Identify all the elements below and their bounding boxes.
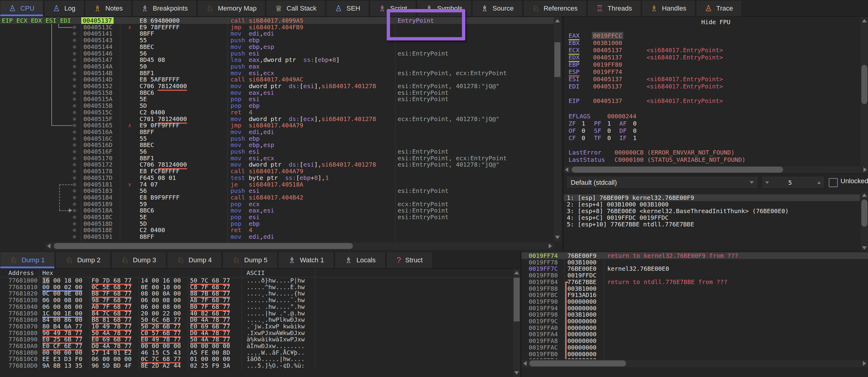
breakpoint-bullet[interactable] xyxy=(73,196,76,199)
scroll-right-arrow[interactable] xyxy=(549,244,552,248)
tab-dump-5[interactable]: ♘Dump 5 xyxy=(223,252,277,268)
breakpoint-bullet[interactable] xyxy=(73,229,76,232)
tab-memory-map[interactable]: ♘Memory Map xyxy=(197,0,266,16)
disasm-row[interactable]: 004051448BECmov ebp,esp xyxy=(0,43,554,50)
disasm-row[interactable]: 00405178E8 FCF8FFFFcall si684017.404A79 xyxy=(0,168,554,174)
argument-row[interactable]: 1: [esp] 76BE00F9 kernel32.76BE00F9 xyxy=(564,194,860,201)
disasm-row[interactable]: 00405165∧E9 0FF9FFFFjmp si684017.404A79 xyxy=(0,122,554,129)
disasm-row[interactable]: 00405152C706 78124000mov dword ptr ds:[e… xyxy=(0,83,554,89)
dump-row[interactable]: 7768107080 B4 6A 7710 49 78 7750 20 6B 7… xyxy=(0,323,513,330)
breakpoint-bullet[interactable] xyxy=(73,26,76,29)
breakpoint-bullet[interactable] xyxy=(73,189,76,193)
breakpoint-bullet[interactable] xyxy=(73,130,76,134)
stack-row[interactable]: 0019FFB000000000 xyxy=(522,351,868,357)
stack-row[interactable]: 0019FF84776E7BBEreturn to ntdll.776E7BBE… xyxy=(522,279,868,285)
tab-cpu[interactable]: ♙CPU xyxy=(0,0,43,16)
breakpoint-bullet[interactable] xyxy=(73,58,76,62)
disasm-row[interactable]: 0040516C55push ebp xyxy=(0,135,554,142)
breakpoint-bullet[interactable] xyxy=(73,78,76,81)
disasm-row[interactable]: 004051418BFFmov edi,edi xyxy=(0,30,554,37)
tab-seh[interactable]: ♙SEH xyxy=(326,0,369,16)
spinner-down-arrow[interactable] xyxy=(765,181,769,184)
dump-row[interactable]: 7768108090 49 78 7750 4A 78 77C0 57 6B 7… xyxy=(0,330,513,336)
stack-row[interactable]: 0019FFAC00000000 xyxy=(522,344,868,351)
tab-watch-1[interactable]: ♗Watch 1 xyxy=(278,252,334,268)
disasm-row[interactable]: 0040516A8BFFmov edi,edi xyxy=(0,129,554,135)
stack-row[interactable]: 0019FF800019FFDC xyxy=(522,272,868,279)
disasm-row[interactable]: 0040518C5Epop esiesi:EntryPoint xyxy=(0,214,554,220)
spinner-up-arrow[interactable] xyxy=(817,181,821,184)
disasm-row[interactable]: 0040514B8BF1mov esi,ecxesi:EntryPoint, e… xyxy=(0,70,554,76)
disasm-hscrollbar[interactable] xyxy=(45,242,554,250)
tab-handles[interactable]: ♗Handles xyxy=(642,0,695,16)
tab-dump-4[interactable]: ♘Dump 4 xyxy=(167,252,222,268)
breakpoint-bullet[interactable] xyxy=(73,52,76,55)
disasm-vscrollbar[interactable] xyxy=(554,16,561,242)
stack-row[interactable]: 0019FF9000000000 xyxy=(522,298,868,305)
stack-row[interactable]: 0019FFA800000000 xyxy=(522,338,868,344)
hex-dump-panel[interactable]: Address Hex ASCII 7768100016 00 18 00F0 … xyxy=(0,269,513,377)
disasm-row[interactable]: 004051478D45 08lea eax,dword ptr ss:[ebp… xyxy=(0,57,554,63)
dump-row[interactable]: 7768100016 00 18 00F0 7D 68 7714 00 16 0… xyxy=(0,277,513,284)
breakpoint-bullet[interactable] xyxy=(73,209,76,212)
breakpoint-bullet[interactable] xyxy=(73,117,76,121)
scroll-up-arrow[interactable] xyxy=(555,19,560,22)
breakpoint-bullet[interactable] xyxy=(73,203,76,206)
disasm-row[interactable]: 004051588BC6mov eax,esiesi:EntryPoint xyxy=(0,89,554,96)
combo-dropdown-arrow[interactable] xyxy=(750,181,754,184)
breakpoint-bullet[interactable] xyxy=(73,215,76,219)
scroll-down-arrow[interactable] xyxy=(555,236,560,239)
tab-threads[interactable]: ♖Threads xyxy=(587,0,641,16)
breakpoint-bullet[interactable] xyxy=(73,143,76,147)
disasm-row[interactable]: 004051708BF1mov esi,ecxesi:EntryPoint, e… xyxy=(0,155,554,162)
tab-source[interactable]: ♗Source xyxy=(472,0,522,16)
breakpoint-bullet[interactable] xyxy=(73,111,76,114)
disasm-row[interactable]: 0040515FC701 78124000mov dword ptr ds:[e… xyxy=(0,115,554,122)
dump-row[interactable]: 7768101000 00 02 000C 5E 68 770E 00 10 0… xyxy=(0,284,513,290)
breakpoint-bullet[interactable] xyxy=(73,183,76,186)
unlocked-checkbox[interactable] xyxy=(829,178,838,187)
stack-row[interactable]: 0019FF9400000000 xyxy=(522,305,868,311)
stack-row[interactable]: 0019FF7C76BE00E0kernel32.76BE00E0 xyxy=(522,265,868,272)
argument-count-spinner[interactable]: 5 xyxy=(761,176,825,188)
breakpoint-bullet[interactable] xyxy=(73,235,76,238)
dump-row[interactable]: 776810D09A 8B 13 3596 5D BD 4F8E 2D A2 4… xyxy=(0,362,513,369)
tab-dump-2[interactable]: ♘Dump 2 xyxy=(56,252,110,268)
registers-panel[interactable]: Hide FPU EAX0019FFCCEBX003B1000ECX004051… xyxy=(564,16,868,174)
disasm-row[interactable]: 0040518A8BC6mov eax,esiesi:EntryPoint xyxy=(0,207,554,214)
stack-panel[interactable]: 0019FF7476BE00F9return to kernel32.76BE0… xyxy=(522,251,868,377)
hide-fpu-button[interactable]: Hide FPU xyxy=(564,19,868,26)
tab-log[interactable]: ♙Log xyxy=(44,0,84,16)
arguments-panel[interactable]: Default (stdcall) 5 Unlocked 1: [esp] 76… xyxy=(564,174,868,251)
tab-locals[interactable]: ♗Locals xyxy=(335,252,385,268)
scroll-left-arrow[interactable] xyxy=(47,244,51,248)
disasm-row[interactable]: 00405184E8 B9F9FFFFcall si684017.404B42 xyxy=(0,194,554,201)
disasm-row[interactable]: 0040513C∧E9 78FEFFFFjmp si684017.404FB9 xyxy=(0,24,554,31)
dump-row[interactable]: 776810200C 00 0E 00B8 7F 68 7708 00 0A 0… xyxy=(0,290,513,297)
breakpoint-bullet[interactable] xyxy=(73,104,76,107)
arguments-vscrollbar[interactable] xyxy=(861,192,868,251)
tab-dump-3[interactable]: ♘Dump 3 xyxy=(112,252,166,268)
breakpoint-bullet[interactable] xyxy=(73,98,76,101)
disasm-row[interactable]: 0040514A50push eax xyxy=(0,63,554,70)
disasm-row[interactable]: 0040516D8BECmov ebp,esp xyxy=(0,142,554,148)
registers-hscrollbar[interactable] xyxy=(564,166,868,173)
stack-row[interactable]: 0019FF78003B1000 xyxy=(522,259,868,266)
stack-row[interactable]: 0019FF98003B1000 xyxy=(522,311,868,318)
dump-row[interactable]: 776810501C 00 1E 0084 7C 68 7720 00 22 0… xyxy=(0,310,513,317)
dump-row[interactable]: 7768104006 00 08 00A0 7F 68 7706 00 08 0… xyxy=(0,303,513,310)
disasm-row[interactable]: 0040515B5Dpop ebp xyxy=(0,102,554,109)
breakpoint-bullet[interactable] xyxy=(73,39,76,42)
disasm-row[interactable]: 00405181∨74 07je si684017.40518A xyxy=(0,181,554,188)
disasm-row[interactable]: 0040518D5Dpop ebp xyxy=(0,220,554,227)
stack-hscrollbar[interactable] xyxy=(522,360,868,367)
breakpoint-bullet[interactable] xyxy=(73,72,76,75)
argument-row[interactable]: 5: [esp+10] 776E7BBE ntdll.776E7BBE xyxy=(564,221,860,228)
tab-struct[interactable]: ?Struct xyxy=(386,252,433,268)
dump-row[interactable]: 77681090E0 25 6B 77E0 69 6B 77E0 49 78 7… xyxy=(0,336,513,343)
breakpoint-bullet[interactable] xyxy=(73,84,76,88)
dump-row[interactable]: 7768103006 00 08 0098 7F 68 7706 00 08 0… xyxy=(0,297,513,303)
breakpoint-bullet[interactable] xyxy=(73,45,76,48)
dump-vscrollbar[interactable] xyxy=(513,269,520,377)
stack-row[interactable]: 0019FFB400000000 xyxy=(522,357,868,359)
